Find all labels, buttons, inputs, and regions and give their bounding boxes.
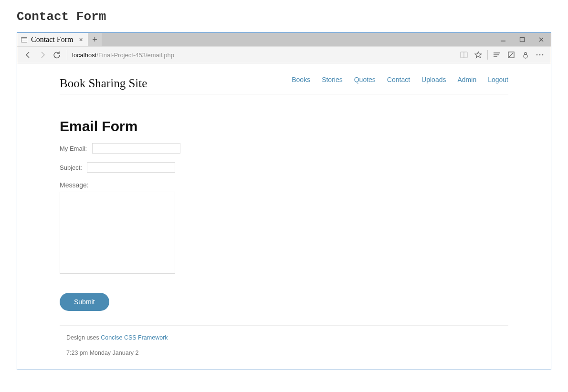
svg-point-11 xyxy=(524,54,527,58)
site-footer: Design uses Concise CSS Framework 7:23 p… xyxy=(60,325,508,370)
email-label: My Email: xyxy=(60,145,87,152)
browser-titlebar: Contact Form × + xyxy=(17,33,551,46)
separator xyxy=(67,50,67,60)
browser-window: Contact Form × + localhost/Final-Project… xyxy=(17,32,551,370)
message-label: Message: xyxy=(60,181,508,189)
window-maximize-button[interactable] xyxy=(513,33,532,46)
nav-books[interactable]: Books xyxy=(292,76,310,83)
subject-label: Subject: xyxy=(60,164,82,171)
browser-address-bar: localhost/Final-Project-453/email.php xyxy=(17,46,551,63)
nav-quotes[interactable]: Quotes xyxy=(354,76,376,83)
footer-credit: Design uses Concise CSS Framework xyxy=(66,334,508,341)
tab-title: Contact Form xyxy=(31,35,73,44)
footer-timestamp: 7:23 pm Monday January 2 xyxy=(66,350,508,356)
favorites-icon[interactable] xyxy=(471,51,485,59)
more-icon[interactable] xyxy=(533,54,547,56)
svg-point-14 xyxy=(539,54,541,56)
site-nav: Books Stories Quotes Contact Uploads Adm… xyxy=(292,73,508,83)
email-input[interactable] xyxy=(92,143,180,154)
submit-button[interactable]: Submit xyxy=(60,293,109,311)
subject-input[interactable] xyxy=(87,162,175,173)
outer-title: Contact Form xyxy=(17,10,568,24)
nav-contact[interactable]: Contact xyxy=(387,76,410,83)
footer-framework-link[interactable]: Concise CSS Framework xyxy=(101,334,168,341)
refresh-button[interactable] xyxy=(50,51,64,59)
svg-point-15 xyxy=(542,54,544,56)
browser-tab[interactable]: Contact Form × xyxy=(17,33,88,46)
back-button[interactable] xyxy=(21,51,35,59)
url-host: localhost xyxy=(72,52,96,59)
page-viewport: Book Sharing Site Books Stories Quotes C… xyxy=(17,63,551,370)
url-path: /Final-Project-453/email.php xyxy=(96,52,174,59)
nav-admin[interactable]: Admin xyxy=(457,76,476,83)
main-content: Email Form My Email: Subject: Message: S… xyxy=(60,94,508,325)
notes-icon[interactable] xyxy=(504,51,518,59)
svg-line-10 xyxy=(509,53,513,57)
url-field[interactable]: localhost/Final-Project-453/email.php xyxy=(70,52,174,59)
new-tab-button[interactable]: + xyxy=(88,33,102,46)
share-icon[interactable] xyxy=(518,51,533,59)
window-close-button[interactable] xyxy=(532,33,551,46)
nav-stories[interactable]: Stories xyxy=(322,76,343,83)
forward-button[interactable] xyxy=(35,51,50,59)
footer-prefix: Design uses xyxy=(66,334,101,341)
nav-logout[interactable]: Logout xyxy=(488,76,508,83)
hub-icon[interactable] xyxy=(490,52,504,58)
site-header: Book Sharing Site Books Stories Quotes C… xyxy=(60,63,508,94)
svg-point-12 xyxy=(525,52,526,54)
svg-rect-1 xyxy=(520,38,525,42)
separator xyxy=(487,50,488,60)
message-input[interactable] xyxy=(60,192,175,274)
reading-view-icon[interactable] xyxy=(457,52,471,58)
svg-point-13 xyxy=(536,54,538,56)
tab-close-icon[interactable]: × xyxy=(79,36,83,43)
site-title: Book Sharing Site xyxy=(60,73,147,90)
page-icon xyxy=(21,37,27,42)
window-minimize-button[interactable] xyxy=(494,33,513,46)
nav-uploads[interactable]: Uploads xyxy=(421,76,446,83)
form-heading: Email Form xyxy=(60,118,508,134)
